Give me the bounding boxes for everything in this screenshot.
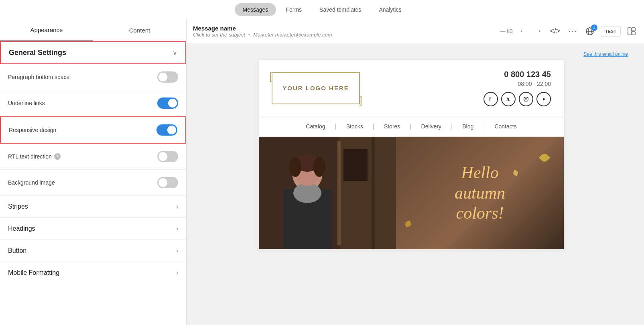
responsive-design-label: Responsive design xyxy=(9,127,56,133)
svg-marker-11 xyxy=(543,98,545,101)
underline-links-label: Underline links xyxy=(8,100,45,106)
rtl-text-direction-label: RTL text direction ? xyxy=(8,153,61,160)
test-button[interactable]: TEST xyxy=(601,26,621,37)
mobile-formatting-label: Mobile Formatting xyxy=(8,269,59,276)
logo-box[interactable]: YOUR LOGO HERE xyxy=(272,72,360,104)
tab-analytics[interactable]: Analytics xyxy=(371,3,409,16)
hero-text-area: Hello autumn colors! xyxy=(396,154,564,231)
email-preview: See this email online YOUR LOGO HERE 0 8… xyxy=(187,43,644,325)
contact-info: 0 800 123 45 08:00 - 22:00 f 𝕏 xyxy=(484,70,551,106)
svg-rect-4 xyxy=(632,28,635,31)
kb-label: — kB xyxy=(500,28,513,34)
nav-contacts[interactable]: Contacts xyxy=(485,123,526,130)
sender-info: Marketer marketer@example.com xyxy=(253,32,332,38)
svg-point-23 xyxy=(313,157,325,177)
email-nav: Catalog | Stocks | Stores | Delivery | B… xyxy=(259,116,564,137)
nav-blog[interactable]: Blog xyxy=(453,123,483,130)
headings-label: Headings xyxy=(8,225,35,232)
background-image-toggle[interactable] xyxy=(157,177,178,188)
tab-messages[interactable]: Messages xyxy=(235,3,276,16)
hero-text: Hello autumn colors! xyxy=(455,162,505,223)
chevron-down-icon: ∨ xyxy=(173,49,177,57)
phone-number: 0 800 123 45 xyxy=(484,70,551,79)
notification-badge: 1 xyxy=(591,24,597,31)
email-container: YOUR LOGO HERE 0 800 123 45 08:00 - 22:0… xyxy=(259,60,564,249)
svg-point-9 xyxy=(525,98,527,100)
layout-icon xyxy=(627,27,636,36)
toolbar-right: — kB ← → </> ··· 1 TEST xyxy=(500,25,638,37)
tab-appearance[interactable]: Appearance xyxy=(0,19,93,41)
social-icons: f 𝕏 xyxy=(484,92,551,106)
tab-forms[interactable]: Forms xyxy=(278,3,310,16)
stripes-chevron-icon: › xyxy=(176,203,178,210)
section-button[interactable]: Button › xyxy=(0,240,186,262)
toolbar-left: Message name Click to set the subject • … xyxy=(193,25,497,38)
svg-rect-5 xyxy=(632,32,635,35)
general-settings-header[interactable]: General Settings ∨ xyxy=(0,41,186,64)
main-layout: Appearance Content General Settings ∨ Pa… xyxy=(0,19,644,325)
svg-text:f: f xyxy=(489,96,491,102)
rtl-text-direction-item: RTL text direction ? xyxy=(0,144,186,170)
nav-catalog[interactable]: Catalog xyxy=(296,123,335,130)
logo-text: YOUR LOGO HERE xyxy=(282,85,349,91)
email-header: YOUR LOGO HERE 0 800 123 45 08:00 - 22:0… xyxy=(259,60,564,116)
button-chevron-icon: › xyxy=(176,247,178,254)
youtube-icon[interactable] xyxy=(536,92,551,106)
responsive-design-item: Responsive design xyxy=(0,116,186,144)
background-image-label: Background image xyxy=(8,179,55,186)
sidebar-tabs: Appearance Content xyxy=(0,19,186,41)
nav-stores[interactable]: Stores xyxy=(374,123,410,130)
responsive-design-toggle[interactable] xyxy=(156,124,177,136)
paragraph-bottom-space-label: Paragraph bottom space xyxy=(8,74,69,80)
button-label: Button xyxy=(8,247,26,254)
underline-links-toggle[interactable] xyxy=(157,98,178,109)
rtl-text-direction-toggle[interactable] xyxy=(157,151,178,162)
instagram-icon[interactable] xyxy=(519,92,533,106)
facebook-icon[interactable]: f xyxy=(484,92,498,106)
twitter-icon[interactable]: 𝕏 xyxy=(501,92,516,106)
headings-chevron-icon: › xyxy=(176,225,178,232)
underline-links-item: Underline links xyxy=(0,90,186,116)
svg-text:𝕏: 𝕏 xyxy=(506,97,510,102)
person-svg xyxy=(259,137,396,249)
redo-button[interactable]: → xyxy=(533,25,543,37)
nav-delivery[interactable]: Delivery xyxy=(412,123,451,130)
mobile-formatting-chevron-icon: › xyxy=(176,269,178,276)
hero-person-image xyxy=(259,137,396,249)
see-online-link[interactable]: See this email online xyxy=(583,51,628,57)
general-settings-title: General Settings xyxy=(9,49,66,57)
svg-point-22 xyxy=(289,157,301,177)
section-headings[interactable]: Headings › xyxy=(0,218,186,240)
message-name[interactable]: Message name xyxy=(193,25,497,32)
svg-rect-3 xyxy=(628,28,631,35)
help-icon[interactable]: ? xyxy=(54,153,61,160)
layout-button[interactable] xyxy=(626,25,638,37)
subject-placeholder[interactable]: Click to set the subject xyxy=(193,32,245,38)
code-button[interactable]: </> xyxy=(548,25,562,37)
svg-point-10 xyxy=(527,98,528,98)
paragraph-bottom-space-toggle[interactable] xyxy=(157,71,178,83)
hero-area: Hello autumn colors! xyxy=(259,137,564,249)
paragraph-bottom-space-item: Paragraph bottom space xyxy=(0,64,186,90)
section-stripes[interactable]: Stripes › xyxy=(0,196,186,218)
svg-rect-15 xyxy=(372,137,375,249)
tab-saved-templates[interactable]: Saved templates xyxy=(311,3,369,16)
undo-button[interactable]: ← xyxy=(518,25,528,37)
globe-button-wrapper: 1 xyxy=(584,25,596,37)
top-navigation: Messages Forms Saved templates Analytics xyxy=(0,0,644,19)
separator: • xyxy=(248,32,250,38)
stripes-label: Stripes xyxy=(8,203,28,210)
message-subject: Click to set the subject • Marketer mark… xyxy=(193,32,497,38)
content-area: Message name Click to set the subject • … xyxy=(187,19,644,325)
tab-content[interactable]: Content xyxy=(93,19,186,41)
business-hours: 08:00 - 22:00 xyxy=(484,81,551,87)
sidebar-scroll-area: Paragraph bottom space Underline links R… xyxy=(0,64,186,325)
nav-stocks[interactable]: Stocks xyxy=(337,123,373,130)
sidebar: Appearance Content General Settings ∨ Pa… xyxy=(0,19,187,325)
content-toolbar: Message name Click to set the subject • … xyxy=(187,19,644,43)
more-button[interactable]: ··· xyxy=(567,25,579,37)
background-image-item: Background image xyxy=(0,170,186,196)
section-mobile-formatting[interactable]: Mobile Formatting › xyxy=(0,262,186,284)
svg-rect-14 xyxy=(337,141,341,245)
svg-rect-16 xyxy=(343,149,368,181)
